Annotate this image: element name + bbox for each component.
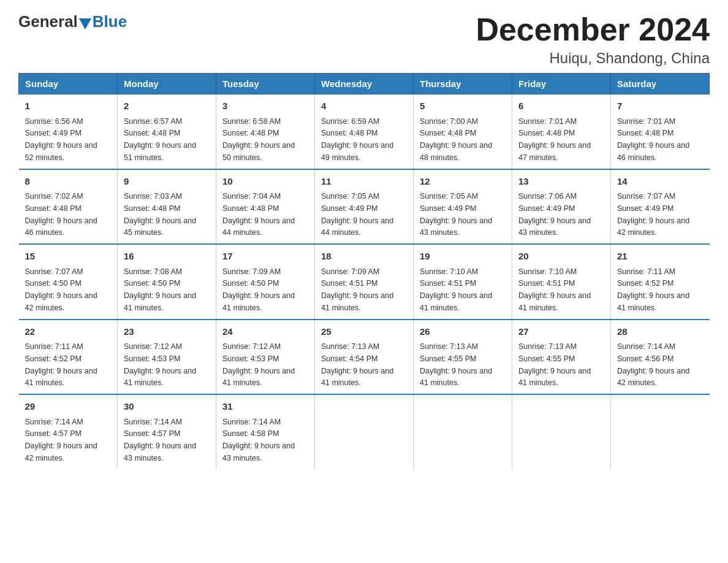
- day-number: 9: [124, 175, 210, 189]
- day-info: Sunrise: 7:14 AMSunset: 4:58 PMDaylight:…: [222, 418, 295, 462]
- day-info: Sunrise: 7:09 AMSunset: 4:50 PMDaylight:…: [222, 267, 295, 312]
- calendar-cell: [414, 394, 512, 469]
- day-number: 16: [124, 250, 210, 264]
- day-number: 14: [617, 175, 703, 189]
- calendar-cell: 12Sunrise: 7:05 AMSunset: 4:49 PMDayligh…: [414, 169, 512, 245]
- day-number: 5: [420, 99, 506, 113]
- day-info: Sunrise: 7:12 AMSunset: 4:53 PMDaylight:…: [222, 342, 295, 387]
- logo-general-text: General: [18, 12, 78, 31]
- day-number: 3: [222, 99, 308, 113]
- day-info: Sunrise: 7:10 AMSunset: 4:51 PMDaylight:…: [420, 267, 492, 312]
- logo: General Blue: [18, 12, 127, 31]
- day-info: Sunrise: 7:09 AMSunset: 4:51 PMDaylight:…: [321, 267, 393, 312]
- calendar-cell: 30Sunrise: 7:14 AMSunset: 4:57 PMDayligh…: [118, 394, 216, 469]
- day-info: Sunrise: 7:10 AMSunset: 4:51 PMDaylight:…: [518, 267, 591, 312]
- day-number: 17: [222, 250, 308, 264]
- calendar-cell: 17Sunrise: 7:09 AMSunset: 4:50 PMDayligh…: [216, 244, 315, 320]
- day-number: 18: [321, 250, 407, 264]
- day-info: Sunrise: 7:13 AMSunset: 4:55 PMDaylight:…: [420, 342, 492, 387]
- calendar-cell: 18Sunrise: 7:09 AMSunset: 4:51 PMDayligh…: [315, 244, 414, 320]
- calendar-cell: 31Sunrise: 7:14 AMSunset: 4:58 PMDayligh…: [216, 394, 315, 469]
- calendar-cell: 24Sunrise: 7:12 AMSunset: 4:53 PMDayligh…: [216, 320, 315, 395]
- day-info: Sunrise: 6:56 AMSunset: 4:49 PMDaylight:…: [25, 117, 97, 162]
- calendar-cell: 23Sunrise: 7:12 AMSunset: 4:53 PMDayligh…: [118, 320, 216, 395]
- day-number: 30: [124, 400, 210, 414]
- calendar-cell: 6Sunrise: 7:01 AMSunset: 4:48 PMDaylight…: [512, 94, 611, 169]
- calendar-cell: 4Sunrise: 6:59 AMSunset: 4:48 PMDaylight…: [315, 94, 414, 169]
- day-info: Sunrise: 6:57 AMSunset: 4:48 PMDaylight:…: [124, 117, 196, 162]
- calendar-cell: 10Sunrise: 7:04 AMSunset: 4:48 PMDayligh…: [216, 169, 315, 245]
- calendar-cell: 25Sunrise: 7:13 AMSunset: 4:54 PMDayligh…: [315, 320, 414, 395]
- calendar-cell: 1Sunrise: 6:56 AMSunset: 4:49 PMDaylight…: [19, 94, 118, 169]
- day-info: Sunrise: 7:06 AMSunset: 4:49 PMDaylight:…: [518, 192, 591, 237]
- title-block: December 2024 Huiqu, Shandong, China: [476, 12, 710, 67]
- day-number: 15: [25, 250, 112, 264]
- calendar-cell: 9Sunrise: 7:03 AMSunset: 4:48 PMDaylight…: [118, 169, 216, 245]
- calendar-week-row: 1Sunrise: 6:56 AMSunset: 4:49 PMDaylight…: [19, 94, 710, 169]
- day-info: Sunrise: 7:13 AMSunset: 4:55 PMDaylight:…: [518, 342, 591, 387]
- calendar-cell: 3Sunrise: 6:58 AMSunset: 4:48 PMDaylight…: [216, 94, 315, 169]
- day-info: Sunrise: 7:14 AMSunset: 4:57 PMDaylight:…: [124, 418, 196, 462]
- day-number: 27: [518, 325, 604, 339]
- day-number: 2: [124, 99, 210, 113]
- calendar-cell: [611, 394, 710, 469]
- location-title: Huiqu, Shandong, China: [476, 50, 710, 67]
- calendar-cell: 16Sunrise: 7:08 AMSunset: 4:50 PMDayligh…: [118, 244, 216, 320]
- day-info: Sunrise: 7:14 AMSunset: 4:57 PMDaylight:…: [25, 418, 97, 462]
- calendar-cell: 11Sunrise: 7:05 AMSunset: 4:49 PMDayligh…: [315, 169, 414, 245]
- day-info: Sunrise: 6:59 AMSunset: 4:48 PMDaylight:…: [321, 117, 393, 162]
- calendar-cell: 14Sunrise: 7:07 AMSunset: 4:49 PMDayligh…: [611, 169, 710, 245]
- header-cell-wednesday: Wednesday: [315, 74, 414, 94]
- day-info: Sunrise: 7:14 AMSunset: 4:56 PMDaylight:…: [617, 342, 689, 387]
- day-info: Sunrise: 7:05 AMSunset: 4:49 PMDaylight:…: [420, 192, 492, 237]
- calendar-cell: 2Sunrise: 6:57 AMSunset: 4:48 PMDaylight…: [118, 94, 216, 169]
- calendar-cell: 8Sunrise: 7:02 AMSunset: 4:48 PMDaylight…: [19, 169, 118, 245]
- day-number: 23: [124, 325, 210, 339]
- logo-blue-text: Blue: [93, 12, 127, 31]
- month-title: December 2024: [476, 12, 710, 47]
- day-number: 4: [321, 99, 407, 113]
- day-number: 12: [420, 175, 506, 189]
- day-number: 31: [222, 400, 308, 414]
- day-number: 6: [518, 99, 604, 113]
- day-number: 29: [25, 400, 112, 414]
- day-info: Sunrise: 7:02 AMSunset: 4:48 PMDaylight:…: [25, 192, 97, 237]
- day-number: 21: [617, 250, 703, 264]
- day-info: Sunrise: 7:03 AMSunset: 4:48 PMDaylight:…: [124, 192, 196, 237]
- header-cell-thursday: Thursday: [414, 74, 512, 94]
- calendar-table: SundayMondayTuesdayWednesdayThursdayFrid…: [18, 73, 710, 469]
- calendar-cell: 20Sunrise: 7:10 AMSunset: 4:51 PMDayligh…: [512, 244, 611, 320]
- header-cell-saturday: Saturday: [611, 74, 710, 94]
- day-info: Sunrise: 7:11 AMSunset: 4:52 PMDaylight:…: [25, 342, 97, 387]
- day-info: Sunrise: 7:05 AMSunset: 4:49 PMDaylight:…: [321, 192, 393, 237]
- day-number: 25: [321, 325, 407, 339]
- calendar-cell: 19Sunrise: 7:10 AMSunset: 4:51 PMDayligh…: [414, 244, 512, 320]
- calendar-cell: 26Sunrise: 7:13 AMSunset: 4:55 PMDayligh…: [414, 320, 512, 395]
- day-info: Sunrise: 7:00 AMSunset: 4:48 PMDaylight:…: [420, 117, 492, 162]
- header-cell-friday: Friday: [512, 74, 611, 94]
- calendar-cell: 7Sunrise: 7:01 AMSunset: 4:48 PMDaylight…: [611, 94, 710, 169]
- day-number: 10: [222, 175, 308, 189]
- day-info: Sunrise: 7:04 AMSunset: 4:48 PMDaylight:…: [222, 192, 295, 237]
- day-number: 7: [617, 99, 703, 113]
- header-cell-monday: Monday: [118, 74, 216, 94]
- header-cell-tuesday: Tuesday: [216, 74, 315, 94]
- calendar-week-row: 8Sunrise: 7:02 AMSunset: 4:48 PMDaylight…: [19, 169, 710, 245]
- calendar-week-row: 15Sunrise: 7:07 AMSunset: 4:50 PMDayligh…: [19, 244, 710, 320]
- day-info: Sunrise: 7:07 AMSunset: 4:50 PMDaylight:…: [25, 267, 97, 312]
- logo-triangle-icon: [79, 18, 91, 29]
- day-info: Sunrise: 7:08 AMSunset: 4:50 PMDaylight:…: [124, 267, 196, 312]
- day-info: Sunrise: 7:01 AMSunset: 4:48 PMDaylight:…: [617, 117, 689, 162]
- day-number: 24: [222, 325, 308, 339]
- day-number: 13: [518, 175, 604, 189]
- day-number: 22: [25, 325, 112, 339]
- calendar-cell: 29Sunrise: 7:14 AMSunset: 4:57 PMDayligh…: [19, 394, 118, 469]
- day-info: Sunrise: 7:12 AMSunset: 4:53 PMDaylight:…: [124, 342, 196, 387]
- day-info: Sunrise: 7:13 AMSunset: 4:54 PMDaylight:…: [321, 342, 393, 387]
- day-number: 1: [25, 99, 112, 113]
- day-info: Sunrise: 7:11 AMSunset: 4:52 PMDaylight:…: [617, 267, 689, 312]
- day-number: 8: [25, 175, 112, 189]
- page-header: General Blue December 2024 Huiqu, Shando…: [18, 12, 710, 67]
- calendar-header-row: SundayMondayTuesdayWednesdayThursdayFrid…: [19, 74, 710, 94]
- day-number: 20: [518, 250, 604, 264]
